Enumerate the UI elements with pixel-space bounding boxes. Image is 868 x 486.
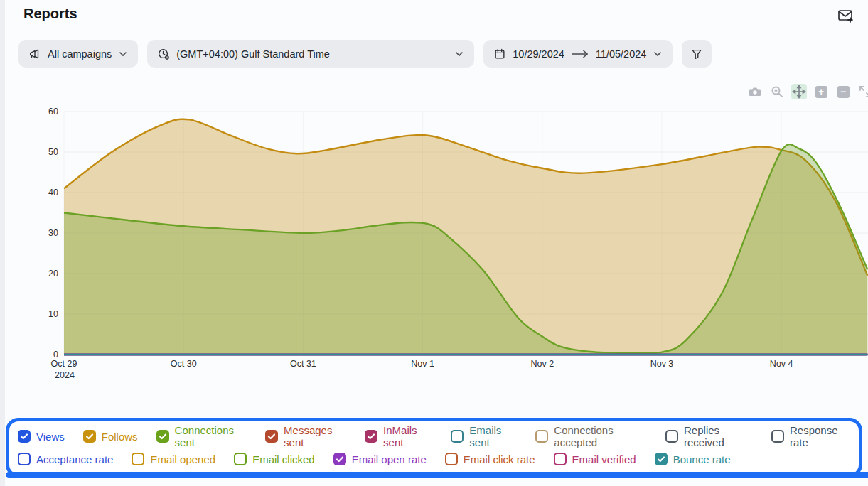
legend-label: Email click rate bbox=[464, 453, 535, 465]
checked-checkbox[interactable] bbox=[83, 430, 96, 443]
svg-text:60: 60 bbox=[48, 107, 58, 117]
svg-text:20: 20 bbox=[48, 269, 58, 279]
legend-row-2: Acceptance rateEmail openedEmail clicked… bbox=[18, 448, 850, 470]
legend-label: Connections sent bbox=[175, 424, 247, 448]
checked-checkbox[interactable] bbox=[18, 430, 31, 443]
clock-settings-icon bbox=[157, 48, 170, 60]
svg-text:50: 50 bbox=[48, 147, 58, 157]
legend-item-follows[interactable]: Follows bbox=[83, 430, 138, 443]
zoom-icon[interactable] bbox=[769, 84, 785, 99]
svg-text:Nov 2: Nov 2 bbox=[530, 359, 554, 369]
legend-item-views[interactable]: Views bbox=[18, 430, 65, 443]
legend-item-replies-received[interactable]: Replies received bbox=[665, 424, 753, 448]
campaigns-label: All campaigns bbox=[48, 48, 112, 60]
checked-checkbox[interactable] bbox=[333, 453, 346, 465]
date-range-picker[interactable]: 10/29/2024 11/05/2024 bbox=[483, 40, 673, 68]
svg-text:Oct 30: Oct 30 bbox=[171, 359, 197, 369]
legend-item-email-click-rate[interactable]: Email click rate bbox=[445, 453, 535, 465]
svg-text:40: 40 bbox=[48, 188, 58, 198]
svg-text:Nov 1: Nov 1 bbox=[411, 359, 434, 369]
mail-plus-button[interactable] bbox=[835, 6, 855, 26]
legend-label: Replies received bbox=[684, 424, 753, 448]
legend-label: Connections accepted bbox=[554, 424, 647, 448]
unchecked-checkbox[interactable] bbox=[445, 453, 458, 465]
chart-toolbar: + − bbox=[747, 84, 868, 99]
legend-label: Follows bbox=[102, 431, 138, 443]
svg-text:Nov 3: Nov 3 bbox=[650, 359, 674, 369]
legend-label: InMails sent bbox=[383, 424, 432, 448]
chevron-down-icon bbox=[653, 49, 663, 59]
legend-item-response-rate[interactable]: Response rate bbox=[771, 424, 850, 448]
legend-item-emails-sent[interactable]: Emails sent bbox=[451, 424, 517, 448]
page-title: Reports bbox=[23, 6, 77, 22]
svg-text:Nov 4: Nov 4 bbox=[770, 359, 793, 369]
mail-plus-icon bbox=[837, 7, 854, 26]
legend-item-inmails-sent[interactable]: InMails sent bbox=[365, 424, 432, 448]
calendar-icon bbox=[493, 48, 506, 60]
legend-label: Emails sent bbox=[469, 424, 517, 448]
filter-bar: All campaigns (GMT+04:00) Gulf Standard … bbox=[18, 40, 712, 68]
legend-label: Bounce rate bbox=[673, 453, 731, 465]
legend-item-email-clicked[interactable]: Email clicked bbox=[234, 453, 315, 465]
legend-label: Acceptance rate bbox=[36, 453, 113, 465]
svg-text:10: 10 bbox=[48, 309, 58, 319]
legend-row-1: ViewsFollowsConnections sentMessages sen… bbox=[18, 425, 850, 448]
chevron-down-icon bbox=[118, 49, 128, 59]
unchecked-checkbox[interactable] bbox=[18, 453, 31, 465]
unchecked-checkbox[interactable] bbox=[234, 453, 247, 465]
unchecked-checkbox[interactable] bbox=[665, 430, 678, 443]
date-end: 11/05/2024 bbox=[596, 48, 647, 60]
svg-text:2024: 2024 bbox=[55, 370, 75, 380]
timezone-dropdown[interactable]: (GMT+04:00) Gulf Standard Time bbox=[147, 40, 474, 68]
pan-icon[interactable] bbox=[791, 84, 807, 99]
svg-text:0: 0 bbox=[53, 350, 58, 360]
checked-checkbox[interactable] bbox=[365, 430, 377, 443]
reports-chart[interactable]: 0102030405060Oct 292024Oct 30Oct 31Nov 1… bbox=[0, 75, 868, 391]
svg-text:Oct 29: Oct 29 bbox=[51, 359, 77, 369]
chart-legend: ViewsFollowsConnections sentMessages sen… bbox=[6, 418, 862, 477]
legend-label: Email verified bbox=[572, 453, 636, 465]
legend-item-email-open-rate[interactable]: Email open rate bbox=[333, 453, 427, 465]
zoom-out-icon[interactable]: − bbox=[835, 84, 851, 99]
legend-label: Response rate bbox=[790, 424, 850, 448]
area-chart-canvas[interactable]: 0102030405060Oct 292024Oct 30Oct 31Nov 1… bbox=[0, 78, 868, 384]
campaigns-dropdown[interactable]: All campaigns bbox=[18, 40, 138, 68]
chevron-down-icon bbox=[454, 49, 464, 59]
legend-item-connections-sent[interactable]: Connections sent bbox=[156, 424, 247, 448]
legend-item-email-opened[interactable]: Email opened bbox=[132, 453, 215, 465]
filter-button[interactable] bbox=[682, 40, 712, 68]
unchecked-checkbox[interactable] bbox=[771, 430, 784, 443]
legend-label: Messages sent bbox=[284, 424, 346, 448]
checked-checkbox[interactable] bbox=[655, 453, 668, 465]
legend-item-bounce-rate[interactable]: Bounce rate bbox=[655, 453, 731, 465]
arrow-right-icon bbox=[571, 50, 589, 58]
svg-text:30: 30 bbox=[48, 228, 58, 238]
funnel-icon bbox=[690, 48, 703, 60]
legend-label: Views bbox=[36, 431, 65, 443]
unchecked-checkbox[interactable] bbox=[554, 453, 567, 465]
checked-checkbox[interactable] bbox=[156, 430, 169, 443]
bottom-highlight-bar bbox=[6, 472, 868, 478]
checked-checkbox[interactable] bbox=[265, 430, 278, 443]
legend-label: Email open rate bbox=[352, 453, 427, 465]
megaphone-icon bbox=[28, 48, 41, 60]
svg-text:Oct 31: Oct 31 bbox=[290, 359, 316, 369]
legend-label: Email opened bbox=[150, 453, 215, 465]
legend-item-connections-accepted[interactable]: Connections accepted bbox=[535, 424, 647, 448]
autoscale-icon[interactable] bbox=[857, 84, 868, 99]
unchecked-checkbox[interactable] bbox=[535, 430, 548, 443]
legend-item-messages-sent[interactable]: Messages sent bbox=[265, 424, 346, 448]
legend-label: Email clicked bbox=[252, 453, 315, 465]
date-start: 10/29/2024 bbox=[513, 48, 564, 60]
legend-item-email-verified[interactable]: Email verified bbox=[554, 453, 636, 465]
camera-icon[interactable] bbox=[747, 84, 763, 99]
unchecked-checkbox[interactable] bbox=[451, 430, 464, 443]
zoom-in-icon[interactable]: + bbox=[813, 84, 829, 99]
unchecked-checkbox[interactable] bbox=[132, 453, 144, 465]
timezone-label: (GMT+04:00) Gulf Standard Time bbox=[176, 48, 330, 60]
legend-item-acceptance-rate[interactable]: Acceptance rate bbox=[18, 453, 113, 465]
